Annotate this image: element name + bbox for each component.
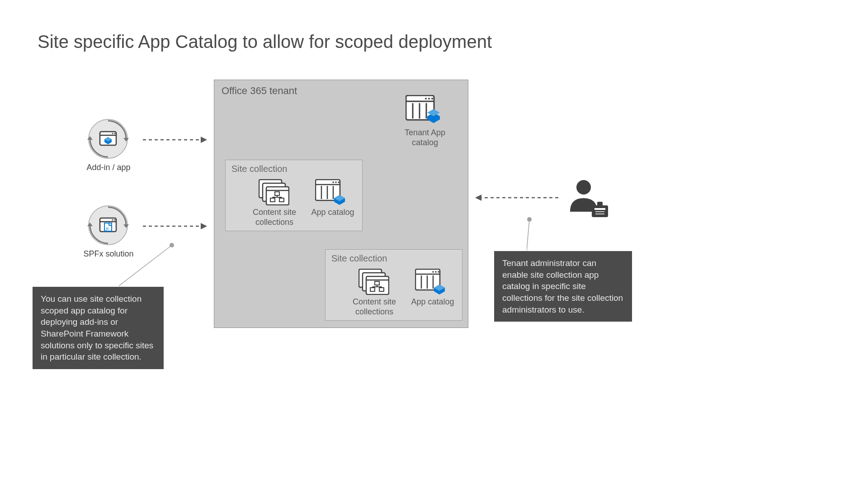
svg-line-82 [119,245,172,286]
svg-rect-77 [594,208,605,210]
addin-label: Add-in / app [81,163,136,172]
svg-point-2 [425,98,427,100]
svg-point-83 [170,243,174,247]
admin-user-icon [565,176,610,221]
arrow-spfx-to-tenant [143,222,208,231]
svg-point-25 [338,181,340,183]
svg-point-57 [112,133,113,134]
callout-left-leader [119,242,178,288]
svg-point-3 [428,98,430,100]
app-catalog-icon-1 [315,179,347,206]
svg-point-4 [431,98,433,100]
site-collection-2-label: Site collection [331,253,387,264]
svg-point-46 [438,271,439,273]
svg-point-23 [332,181,334,183]
svg-marker-73 [201,223,207,229]
svg-rect-76 [597,202,603,206]
svg-point-44 [432,271,434,273]
content-sites-label-1: Content site collections [250,208,299,227]
content-sites-icon-1 [259,179,289,205]
svg-point-24 [335,181,337,183]
svg-marker-81 [475,195,481,201]
callout-left: You can use site collection scoped app c… [33,287,164,369]
svg-point-74 [576,180,591,195]
app-catalog-label-2: App catalog [406,297,460,307]
site-collection-1-label: Site collection [231,164,287,174]
tenant-app-catalog-label: Tenant App catalog [393,128,457,147]
tenant-label: Office 365 tenant [222,85,297,97]
addin-cycle-icon [87,118,129,160]
svg-point-85 [527,217,532,222]
callout-right-leader [527,216,563,252]
svg-line-84 [527,219,529,251]
arrow-admin-to-tenant [473,193,559,202]
content-sites-label-2: Content site collections [349,297,399,317]
svg-point-67 [114,219,116,221]
callout-right: Tenant administrator can enable site col… [494,251,632,322]
tenant-app-catalog-icon [406,95,442,126]
svg-rect-75 [592,205,608,217]
content-sites-icon-2 [359,269,389,295]
arrow-addin-to-tenant [143,135,208,144]
spfx-cycle-icon: js [87,204,129,246]
app-catalog-label-1: App catalog [306,208,360,218]
svg-point-45 [435,271,437,273]
svg-marker-71 [201,137,207,143]
app-catalog-icon-2 [415,269,447,296]
page-title: Site specific App Catalog to allow for s… [38,32,492,52]
svg-point-66 [112,219,113,221]
svg-text:js: js [105,226,109,231]
svg-point-58 [114,133,116,134]
